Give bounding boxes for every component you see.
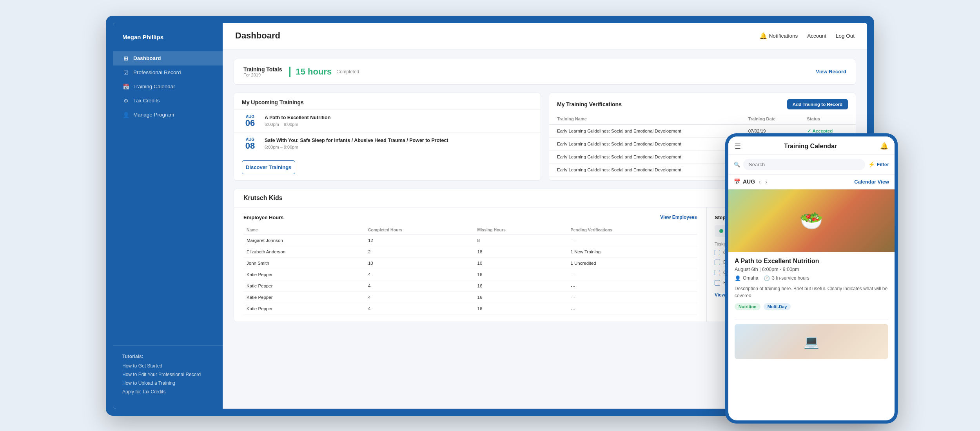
mobile-search-icon: 🔍 bbox=[734, 162, 740, 167]
training-totals-value: 15 hours Completed bbox=[289, 67, 359, 77]
sidebar-item-label: Tax Credits bbox=[133, 98, 160, 104]
tutorial-upload-training[interactable]: How to Upload a Training bbox=[122, 380, 213, 386]
emp-name: Elizabeth Anderson bbox=[243, 246, 365, 257]
mobile-filter-button[interactable]: ⚡ Filter bbox=[868, 161, 889, 167]
training-name-2: Safe With You: Safe Sleep for Infants / … bbox=[265, 137, 533, 144]
verifications-title: My Training Verifications bbox=[557, 101, 622, 107]
table-row: Katie Pepper 4 16 - - bbox=[243, 280, 697, 291]
browser-shell: Megan Phillips ⊞ Dashboard ☑ Professiona… bbox=[106, 16, 874, 416]
verifications-header: My Training Verifications Add Training t… bbox=[549, 93, 856, 113]
mobile-training-date: August 6th | 6:00pm - 9:00pm bbox=[735, 267, 888, 272]
verif-name: Early Learning Guidelines: Social and Em… bbox=[549, 163, 740, 176]
program-icon: 👤 bbox=[122, 112, 129, 118]
table-row: Elizabeth Anderson 2 18 1 New Training bbox=[243, 246, 697, 257]
training-name-1: A Path to Excellent Nutrition bbox=[265, 115, 533, 122]
logout-label: Log Out bbox=[836, 33, 855, 39]
mobile-divider bbox=[735, 320, 888, 320]
mobile-location: 👤 Omaha bbox=[735, 275, 758, 281]
emp-name: Katie Pepper bbox=[243, 303, 365, 314]
emp-completed: 4 bbox=[365, 291, 474, 303]
upcoming-trainings-header: My Upcoming Trainings bbox=[234, 93, 541, 109]
emp-col-missing: Missing Hours bbox=[474, 225, 568, 235]
logout-action[interactable]: Log Out bbox=[836, 33, 855, 39]
notifications-label: Notifications bbox=[769, 33, 798, 39]
discover-trainings-button[interactable]: Discover Trainings bbox=[242, 160, 295, 174]
training-date-1: AUG 06 bbox=[242, 115, 258, 127]
task-checkbox-3[interactable] bbox=[715, 270, 720, 275]
mobile-hours: 🕐 3 In-service hours bbox=[764, 275, 809, 281]
account-action[interactable]: Account bbox=[807, 33, 826, 39]
tutorials-label: Tutorials: bbox=[122, 354, 213, 359]
mobile-menu-icon[interactable]: ☰ bbox=[735, 142, 741, 151]
training-totals-year: For 2019 bbox=[243, 73, 282, 77]
tutorial-tax-credits[interactable]: Apply for Tax Credits bbox=[122, 389, 213, 395]
table-row: Katie Pepper 4 16 - - bbox=[243, 291, 697, 303]
sidebar-item-label: Training Calendar bbox=[133, 84, 175, 89]
sidebar-item-training-calendar[interactable]: 📅 Training Calendar bbox=[113, 80, 223, 94]
emp-col-completed: Completed Hours bbox=[365, 225, 474, 235]
emp-pending: - - bbox=[567, 269, 697, 280]
add-training-button[interactable]: Add Training to Record bbox=[787, 99, 848, 109]
emp-pending: 1 Uncredited bbox=[567, 257, 697, 269]
clock-icon: 🕐 bbox=[764, 275, 770, 281]
mobile-title: Training Calendar bbox=[784, 143, 837, 150]
tutorial-get-started[interactable]: How to Get Started bbox=[122, 363, 213, 369]
emp-pending: - - bbox=[567, 235, 697, 246]
mobile-training-image: 🥗 bbox=[728, 189, 895, 252]
emp-missing: 16 bbox=[474, 291, 568, 303]
emp-name: John Smith bbox=[243, 257, 365, 269]
training-info-2: Safe With You: Safe Sleep for Infants / … bbox=[265, 137, 533, 150]
mobile-bell-icon[interactable]: 🔔 bbox=[880, 142, 888, 150]
emp-missing: 18 bbox=[474, 246, 568, 257]
mobile-second-image: 💻 bbox=[735, 324, 888, 359]
mobile-overlay: ☰ Training Calendar 🔔 🔍 ⚡ Filter 📅 AUG ‹… bbox=[725, 133, 898, 424]
mobile-prev-month[interactable]: ‹ bbox=[757, 178, 762, 185]
training-totals-left: Training Totals For 2019 bbox=[243, 66, 282, 77]
emp-completed: 12 bbox=[365, 235, 474, 246]
mobile-hours-text: 3 In-service hours bbox=[772, 275, 809, 281]
task-checkbox-2[interactable] bbox=[715, 260, 720, 265]
emp-missing: 16 bbox=[474, 269, 568, 280]
employee-table: Name Completed Hours Missing Hours Pendi… bbox=[243, 225, 697, 315]
task-checkbox-4[interactable] bbox=[715, 280, 720, 286]
account-label: Account bbox=[807, 33, 826, 39]
sidebar-item-label: Manage Program bbox=[133, 112, 174, 118]
training-totals-label: Training Totals bbox=[243, 66, 282, 73]
mobile-month-nav: 📅 AUG ‹ › Calendar View bbox=[728, 175, 895, 189]
mobile-search-input[interactable] bbox=[743, 159, 865, 170]
page-title: Dashboard bbox=[235, 31, 280, 41]
mobile-training-description: Description of training here. Brief but … bbox=[735, 285, 888, 299]
dashboard-icon: ⊞ bbox=[122, 55, 129, 62]
table-row: John Smith 10 10 1 Uncredited bbox=[243, 257, 697, 269]
mobile-screen: ☰ Training Calendar 🔔 🔍 ⚡ Filter 📅 AUG ‹… bbox=[728, 136, 895, 420]
mobile-training-info: A Path to Excellent Nutrition August 6th… bbox=[728, 252, 895, 316]
col-training-date: Training Date bbox=[740, 113, 799, 125]
sidebar-item-label: Dashboard bbox=[133, 55, 161, 61]
emp-missing: 10 bbox=[474, 257, 568, 269]
record-icon: ☑ bbox=[122, 69, 129, 76]
mobile-calendar-icon: 📅 bbox=[734, 178, 740, 185]
mobile-calendar-view-link[interactable]: Calendar View bbox=[854, 179, 889, 185]
emp-completed: 2 bbox=[365, 246, 474, 257]
emp-name: Margaret Johnson bbox=[243, 235, 365, 246]
task-checkbox-1[interactable] bbox=[715, 250, 720, 255]
employee-hours-label: Employee Hours bbox=[243, 215, 284, 220]
training-time-1: 6:00pm – 9:00pm bbox=[265, 122, 533, 127]
emp-completed: 4 bbox=[365, 303, 474, 314]
view-employees-link[interactable]: View Employees bbox=[660, 215, 697, 220]
emp-pending: 1 New Training bbox=[567, 246, 697, 257]
view-record-button[interactable]: View Record bbox=[816, 69, 846, 75]
upcoming-trainings-card: My Upcoming Trainings AUG 06 A Path to E… bbox=[234, 93, 541, 181]
emp-name: Katie Pepper bbox=[243, 280, 365, 291]
food-image-placeholder: 🥗 bbox=[728, 189, 895, 252]
notifications-action[interactable]: 🔔 Notifications bbox=[759, 32, 798, 40]
emp-missing: 16 bbox=[474, 303, 568, 314]
sidebar-item-tax-credits[interactable]: ⚙ Tax Credits bbox=[113, 94, 223, 108]
emp-name: Katie Pepper bbox=[243, 269, 365, 280]
sidebar-item-professional-record[interactable]: ☑ Professional Record bbox=[113, 65, 223, 80]
mobile-next-month[interactable]: › bbox=[764, 178, 768, 185]
top-nav: Dashboard 🔔 Notifications Account Log Ou… bbox=[223, 23, 867, 49]
tutorial-edit-record[interactable]: How to Edit Your Professional Record bbox=[122, 372, 213, 377]
sidebar-item-manage-program[interactable]: 👤 Manage Program bbox=[113, 108, 223, 122]
sidebar-item-dashboard[interactable]: ⊞ Dashboard bbox=[113, 51, 223, 65]
